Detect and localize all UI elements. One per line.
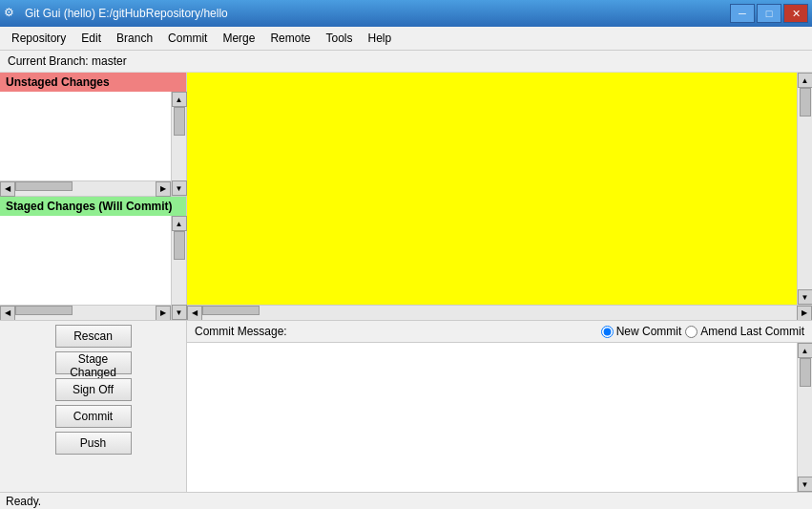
hscroll-thumb[interactable] [15, 181, 73, 191]
menu-help[interactable]: Help [360, 29, 399, 48]
close-button[interactable]: ✕ [783, 4, 808, 23]
diff-vscroll-thumb[interactable] [800, 88, 811, 117]
staged-hscroll-track[interactable] [15, 306, 156, 320]
diff-hscroll-track[interactable] [202, 306, 797, 320]
menu-tools[interactable]: Tools [318, 29, 360, 48]
commit-right: Commit Message: New Commit Amend Last Co… [187, 321, 812, 492]
menu-branch[interactable]: Branch [109, 29, 160, 48]
sign-off-button[interactable]: Sign Off [55, 378, 132, 401]
minimize-button[interactable]: ─ [730, 4, 755, 23]
diff-hscroll-right-btn[interactable]: ▶ [797, 306, 812, 321]
diff-area[interactable] [187, 73, 797, 305]
menu-repository[interactable]: Repository [4, 29, 73, 48]
unstaged-hscroll[interactable]: ◀ ▶ [0, 180, 171, 196]
staged-vscroll[interactable]: ▲ ▼ [171, 216, 186, 320]
staged-list-container: ◀ ▶ ▲ ▼ [0, 216, 186, 320]
vscroll-thumb[interactable] [174, 107, 185, 136]
push-button[interactable]: Push [55, 432, 132, 455]
menu-merge[interactable]: Merge [215, 29, 262, 48]
menu-commit[interactable]: Commit [160, 29, 215, 48]
title-bar-controls: ─ □ ✕ [730, 4, 808, 23]
radio-group: New Commit Amend Last Commit [601, 325, 804, 338]
branch-bar: Current Branch: master [0, 51, 812, 73]
amend-commit-radio[interactable] [685, 326, 697, 338]
maximize-button[interactable]: □ [757, 4, 781, 23]
commit-textarea[interactable] [187, 343, 797, 492]
diff-hscroll[interactable]: ◀ ▶ [187, 305, 812, 320]
commit-vscroll-down-btn[interactable]: ▼ [798, 477, 813, 492]
new-commit-label: New Commit [616, 325, 682, 338]
hscroll-right-btn[interactable]: ▶ [156, 181, 171, 197]
staged-vscroll-thumb[interactable] [174, 231, 185, 260]
staged-hscroll-left-btn[interactable]: ◀ [0, 306, 15, 321]
staged-list[interactable] [0, 216, 171, 305]
vscroll-track[interactable] [172, 107, 186, 180]
diff-vscroll-down-btn[interactable]: ▼ [798, 289, 813, 305]
commit-vscroll-track[interactable] [798, 358, 812, 477]
commit-vscroll-thumb[interactable] [800, 358, 811, 387]
commit-vscroll[interactable]: ▲ ▼ [797, 343, 812, 492]
unstaged-section: Unstaged Changes ◀ ▶ ▲ [0, 73, 186, 197]
top-pane: Unstaged Changes ◀ ▶ ▲ [0, 73, 812, 320]
diff-hscroll-left-btn[interactable]: ◀ [187, 306, 202, 321]
vscroll-down-btn[interactable]: ▼ [172, 180, 187, 196]
title-bar: ⚙ Git Gui (hello) E:/gitHubRepository/he… [0, 0, 812, 27]
staged-hscroll[interactable]: ◀ ▶ [0, 305, 171, 320]
new-commit-option[interactable]: New Commit [601, 325, 682, 338]
status-text: Ready. [6, 495, 41, 508]
app-icon: ⚙ [4, 6, 19, 21]
menu-remote[interactable]: Remote [262, 29, 318, 48]
commit-message-label: Commit Message: [195, 325, 287, 338]
commit-button[interactable]: Commit [55, 405, 132, 428]
bottom-pane: Rescan Stage Changed Sign Off Commit Pus… [0, 320, 812, 492]
menu-bar: Repository Edit Branch Commit Merge Remo… [0, 27, 812, 51]
staged-header: Staged Changes (Will Commit) [0, 197, 186, 216]
staged-vscroll-down-btn[interactable]: ▼ [172, 305, 187, 320]
diff-hscroll-thumb[interactable] [202, 306, 260, 315]
staged-vscroll-track[interactable] [172, 231, 186, 305]
unstaged-list-content: ◀ ▶ [0, 92, 171, 196]
staged-hscroll-thumb[interactable] [15, 306, 73, 315]
main-content: Unstaged Changes ◀ ▶ ▲ [0, 73, 812, 492]
diff-vscroll-track[interactable] [798, 88, 812, 289]
vscroll-up-btn[interactable]: ▲ [172, 92, 187, 107]
staged-list-content: ◀ ▶ [0, 216, 171, 320]
diff-top: ▲ ▼ [187, 73, 812, 305]
right-panel: ▲ ▼ ◀ ▶ [187, 73, 812, 320]
stage-changed-button[interactable]: Stage Changed [55, 351, 132, 374]
rescan-button[interactable]: Rescan [55, 325, 132, 348]
hscroll-track[interactable] [15, 181, 156, 196]
title-bar-text: Git Gui (hello) E:/gitHubRepository/hell… [25, 7, 730, 20]
amend-commit-option[interactable]: Amend Last Commit [685, 325, 804, 338]
unstaged-list-container: ◀ ▶ ▲ ▼ [0, 92, 186, 196]
amend-commit-label: Amend Last Commit [700, 325, 804, 338]
hscroll-left-btn[interactable]: ◀ [0, 181, 15, 197]
commit-buttons-panel: Rescan Stage Changed Sign Off Commit Pus… [0, 321, 187, 492]
staged-vscroll-up-btn[interactable]: ▲ [172, 216, 187, 231]
diff-vscroll-up-btn[interactable]: ▲ [798, 73, 813, 88]
unstaged-list[interactable] [0, 92, 171, 180]
commit-vscroll-up-btn[interactable]: ▲ [798, 343, 813, 358]
left-panel: Unstaged Changes ◀ ▶ ▲ [0, 73, 187, 320]
diff-vscroll[interactable]: ▲ ▼ [797, 73, 812, 305]
new-commit-radio[interactable] [601, 326, 614, 338]
commit-message-bar: Commit Message: New Commit Amend Last Co… [187, 321, 812, 343]
staged-section: Staged Changes (Will Commit) ◀ ▶ [0, 197, 186, 320]
status-bar: Ready. [0, 492, 812, 509]
unstaged-header: Unstaged Changes [0, 73, 186, 92]
menu-edit[interactable]: Edit [73, 29, 109, 48]
staged-hscroll-right-btn[interactable]: ▶ [156, 306, 171, 321]
current-branch-label: Current Branch: master [8, 54, 127, 68]
commit-text-area: ▲ ▼ [187, 343, 812, 492]
unstaged-vscroll[interactable]: ▲ ▼ [171, 92, 186, 196]
